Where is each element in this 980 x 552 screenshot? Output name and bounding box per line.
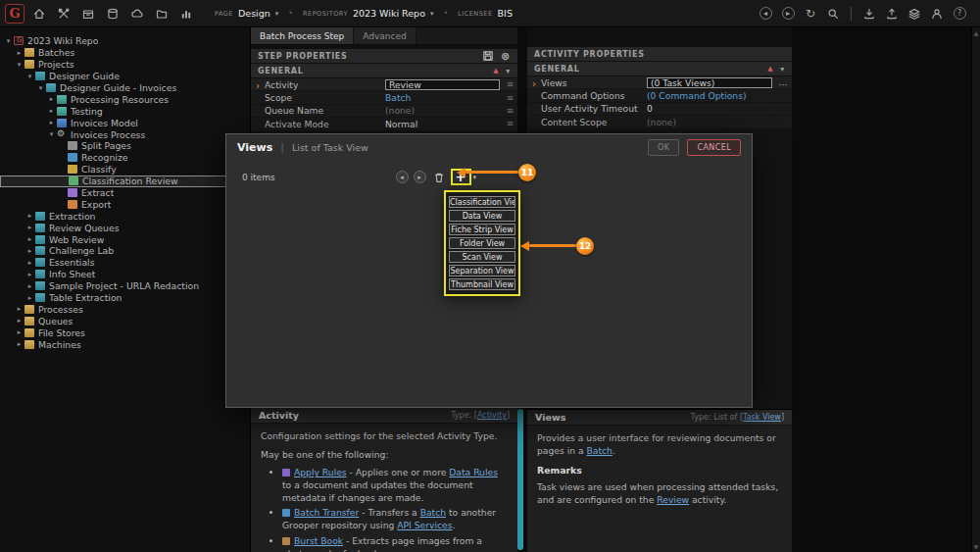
move-right-button[interactable]: ▸ — [414, 171, 426, 183]
expand-icon[interactable]: ▸ — [25, 282, 34, 290]
chevron-down-icon[interactable]: ▾ — [275, 10, 279, 18]
tree-item-testing[interactable]: ▸Testing — [0, 105, 250, 117]
expand-icon[interactable]: ▸ — [15, 49, 24, 57]
bar-chart-icon[interactable] — [179, 7, 193, 21]
tree-item-machines[interactable]: ▸Machines — [0, 338, 250, 350]
menu-item-scan-view[interactable]: Scan View — [449, 251, 515, 263]
cloud-upload-icon[interactable] — [130, 7, 144, 21]
doc-link-apply-rules[interactable]: Apply Rules — [294, 467, 347, 477]
user-icon[interactable] — [930, 7, 944, 21]
tree-item-essentials[interactable]: ▸Essentials — [0, 257, 250, 269]
upload-icon[interactable] — [885, 7, 899, 21]
property-row-activate-mode[interactable]: Activate ModeNormal≡ — [251, 118, 517, 130]
expand-icon[interactable]: ▸ — [25, 271, 34, 278]
tree-item-designer-guide-invoices[interactable]: ▾Designer Guide - Invoices — [0, 82, 250, 94]
archive-box-icon[interactable] — [81, 7, 95, 21]
tree-item-split-pages[interactable]: Split Pages — [0, 140, 250, 152]
row-menu-icon[interactable]: ≡ — [503, 93, 517, 103]
grooper-logo[interactable]: G — [5, 4, 24, 24]
expand-icon[interactable]: ▸ — [25, 212, 34, 220]
tree-item-challenge-lab[interactable]: ▸Challenge Lab — [0, 245, 250, 257]
tab-advanced[interactable]: Advanced — [354, 27, 416, 44]
expand-icon[interactable]: ▸ — [25, 247, 34, 255]
tree-item-2023-wiki-repo[interactable]: ▾2023 Wiki Repo — [0, 35, 250, 47]
tree-item-processing-resources[interactable]: ▸Processing Resources — [0, 93, 250, 105]
row-menu-icon[interactable]: ≡ — [503, 106, 517, 116]
row-menu-icon[interactable]: ≡ — [503, 79, 517, 89]
tree-item-file-stores[interactable]: ▸File Stores — [0, 326, 250, 338]
expand-icon[interactable]: ▸ — [25, 294, 34, 302]
save-icon[interactable] — [482, 50, 494, 62]
page-scrollbar[interactable]: ▲ ▼ — [971, 27, 980, 552]
delete-icon[interactable] — [433, 172, 445, 183]
layers-icon[interactable] — [907, 7, 921, 21]
page-selector[interactable]: Design — [238, 8, 270, 19]
expand-icon[interactable]: ▸ — [47, 107, 56, 115]
tree-item-web-review[interactable]: ▸Web Review — [0, 233, 250, 245]
tree-item-invoices-model[interactable]: ▸Invoices Model — [0, 117, 250, 128]
folder-chart-icon[interactable] — [155, 7, 169, 21]
home-icon[interactable] — [32, 7, 46, 21]
doc-link-batch[interactable]: Batch — [420, 507, 446, 518]
collapse-icon[interactable]: ▾ — [4, 37, 13, 45]
property-row-activity[interactable]: ActivityReview≡ — [251, 78, 517, 91]
database-icon[interactable] — [106, 7, 120, 21]
chevron-down-icon[interactable]: ▾ — [430, 10, 434, 18]
tree-item-extraction[interactable]: ▸Extraction — [0, 210, 250, 222]
tree-item-projects[interactable]: ▾Projects — [0, 59, 250, 71]
search-icon[interactable] — [826, 7, 840, 21]
doc-link-batch-transfer[interactable]: Batch Transfer — [294, 507, 359, 518]
scroll-up-icon[interactable]: ▲ — [974, 29, 979, 36]
property-row-command-options[interactable]: Command Options(0 Command Options) — [527, 89, 792, 102]
property-row-user-activity-timeout[interactable]: User Activity Timeout0 — [527, 103, 792, 116]
tab-batch-process-step[interactable]: Batch Process Step — [251, 27, 354, 44]
doc-link-review[interactable]: Review — [657, 494, 689, 505]
tree-item-recognize[interactable]: Recognize — [0, 152, 250, 164]
ellipsis-button[interactable]: … — [775, 77, 792, 87]
tree-item-queues[interactable]: ▸Queues — [0, 315, 250, 326]
doc-link-burst-book[interactable]: Burst Book — [294, 535, 343, 546]
doc-link-activity[interactable]: Activity — [477, 411, 507, 420]
cancel-button[interactable]: CANCEL — [687, 139, 741, 156]
doc-link-task-view[interactable]: Task View — [743, 413, 781, 422]
forward-icon[interactable]: ▸ — [781, 7, 795, 21]
expand-icon[interactable]: ▸ — [47, 95, 56, 103]
help-icon[interactable]: ? — [953, 7, 966, 21]
ok-button[interactable]: OK — [648, 139, 679, 156]
close-icon[interactable]: ⊗ — [501, 51, 511, 62]
tree-item-extract[interactable]: Extract — [0, 187, 250, 199]
collapse-icon[interactable]: ▾ — [25, 73, 34, 80]
collapse-icon[interactable]: ▾ — [36, 84, 45, 92]
tree-item-review-queues[interactable]: ▸Review Queues — [0, 222, 250, 233]
property-row-queue-name[interactable]: Queue Name(none)≡ — [251, 105, 517, 118]
doc-link-data-rules[interactable]: Data Rules — [449, 467, 498, 477]
back-icon[interactable]: ◂ — [759, 7, 772, 21]
tree-item-export[interactable]: Export — [0, 198, 250, 210]
add-dropdown-caret-icon[interactable]: ▾ — [473, 174, 477, 181]
expand-icon[interactable]: ▸ — [25, 224, 34, 231]
tree-item-classify[interactable]: Classify — [0, 164, 250, 176]
tree-item-info-sheet[interactable]: ▸Info Sheet — [0, 269, 250, 280]
collapse-icon[interactable]: ▾ — [15, 61, 24, 69]
property-row-scope[interactable]: ScopeBatch≡ — [251, 91, 517, 104]
move-left-button[interactable]: ◂ — [396, 171, 409, 183]
tree-item-invoices-process[interactable]: ▾Invoices Process — [0, 128, 250, 140]
download-icon[interactable] — [862, 7, 876, 21]
tree-item-processes[interactable]: ▸Processes — [0, 303, 250, 315]
collapse-section-icon[interactable]: ▾ — [780, 65, 785, 74]
expand-icon[interactable]: ▸ — [15, 340, 24, 348]
tree-item-sample-project-urla-redaction[interactable]: ▸Sample Project - URLA Redaction — [0, 280, 250, 292]
repository-selector[interactable]: 2023 Wiki Repo — [353, 8, 425, 19]
collapse-section-icon[interactable]: ▾ — [506, 67, 511, 75]
tree-item-classification-review[interactable]: Classification Review — [0, 176, 250, 187]
expand-icon[interactable]: ▸ — [15, 328, 24, 336]
tree-item-designer-guide[interactable]: ▾Designer Guide — [0, 71, 250, 82]
expand-icon[interactable]: ▸ — [25, 259, 34, 267]
expand-icon[interactable]: ▸ — [47, 119, 56, 126]
tree-item-batches[interactable]: ▸Batches — [0, 47, 250, 59]
refresh-icon[interactable]: ↻ — [804, 7, 817, 21]
expand-icon[interactable]: ▸ — [15, 305, 24, 313]
menu-item-folder-view[interactable]: Folder View — [449, 237, 515, 249]
doc-link-batch[interactable]: Batch — [587, 445, 612, 456]
row-menu-icon[interactable]: ≡ — [503, 119, 517, 128]
